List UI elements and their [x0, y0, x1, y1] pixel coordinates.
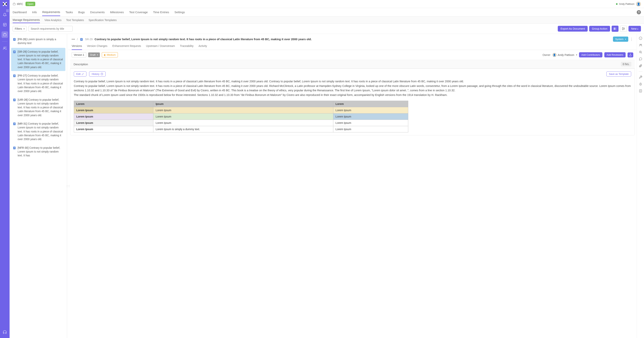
table-cell: Lorem Ipsum [153, 107, 333, 113]
nav-tab-milestones[interactable]: Milestones [110, 9, 124, 16]
view-grid-icon[interactable] [620, 26, 627, 32]
requirement-item[interactable]: [PR-27] Contrary to popular belief, Lore… [11, 72, 65, 95]
main-nav: DashboardInfoRequirementsTasksBugsDocume… [10, 8, 644, 16]
presence-dot [616, 3, 618, 5]
description-body: Contrary to popular belief, Lorem Ipsum … [74, 79, 631, 97]
detail-tab-activity[interactable]: Activity [198, 44, 207, 50]
table-header-row: LoremIpsumLorem [74, 101, 408, 107]
table-cell: Lorem Ipsum [74, 120, 153, 126]
project-status-badge: Open [26, 2, 36, 6]
toolbar: Filters Export As Document Group Action … [10, 24, 644, 34]
svg-rect-4 [614, 28, 615, 28]
zoom-icon[interactable] [639, 50, 642, 54]
priority-chip[interactable]: Medium [102, 52, 118, 57]
comment-icon[interactable] [639, 57, 642, 61]
svg-rect-6 [614, 29, 615, 30]
top-bar: IRFC Open Andy Pattison 👤 [10, 0, 644, 8]
table-row: Lorem IpsumLorem IpsumLorem Ipsum [74, 113, 408, 120]
table-header: Ipsum [153, 101, 333, 107]
project-breadcrumb[interactable]: IRFC [13, 2, 23, 5]
requirement-item[interactable]: [SR-29] Contrary to popular belief, Lore… [11, 48, 65, 71]
subtab-text-templates[interactable]: Text Templates [66, 18, 84, 22]
requirement-item[interactable]: [FR-26] Lorem ipsum is simply a dummy te… [11, 35, 65, 47]
users-icon[interactable] [2, 45, 8, 51]
owner-name: Andy Pattison [558, 53, 574, 56]
svg-rect-20 [640, 83, 641, 85]
owner-label: Owner [542, 53, 550, 56]
status-dropdown[interactable]: Draft [88, 52, 100, 57]
table-header: Lorem [74, 101, 153, 107]
save-template-button[interactable]: Save as Template [606, 71, 631, 77]
requirement-item[interactable]: [MR-31] Contrary to popular belief, Lore… [11, 120, 65, 143]
attachment-icon[interactable] [639, 64, 642, 68]
add-reviewers-button[interactable]: Add Reviewers [604, 52, 626, 57]
nav-tab-time-entries[interactable]: Time Entries [153, 9, 169, 16]
requirement-text: [SR-29] Contrary to popular belief, Lore… [18, 50, 64, 69]
share-button[interactable] [628, 52, 633, 57]
requirement-text: [NFR-30] Contrary to popular belief, Lor… [18, 146, 64, 158]
search-input[interactable] [28, 26, 73, 32]
detail-tab-versions[interactable]: Versions [72, 44, 82, 50]
projects-icon[interactable] [2, 31, 8, 38]
detail-tab-version-changes[interactable]: Version Changes [87, 44, 108, 50]
info-icon[interactable] [639, 36, 642, 40]
nav-tab-info[interactable]: Info [32, 9, 37, 16]
group-action-button[interactable]: Group Action [589, 26, 610, 32]
requirement-icon [13, 50, 16, 54]
table-row: Lorem IpsumLorem IpsumLorem Ipsum [74, 120, 408, 126]
version-chip[interactable]: Version 1 [72, 52, 86, 57]
people-icon[interactable] [639, 43, 642, 47]
export-button[interactable]: Export As Document [558, 26, 588, 32]
add-contributors-button[interactable]: Add Contributors [579, 52, 602, 57]
requirement-icon [13, 38, 16, 41]
requirement-item[interactable]: [NFR-30] Contrary to popular belief, Lor… [11, 144, 65, 160]
requirement-id: SR-29 [85, 38, 93, 41]
subtab-manage-requirements[interactable]: Manage Requirements [13, 18, 40, 23]
history-button[interactable]: History [89, 71, 106, 77]
table-cell: Lorem Ipsum [333, 107, 408, 113]
wrench-icon[interactable] [639, 75, 642, 79]
nav-tab-test-coverage[interactable]: Test Coverage [129, 9, 148, 16]
svg-rect-0 [4, 23, 6, 26]
checklist-icon[interactable] [639, 89, 642, 93]
nav-tab-bugs[interactable]: Bugs [78, 9, 85, 16]
requirements-list: [FR-26] Lorem ipsum is simply a dummy te… [10, 34, 67, 338]
right-icon-rail [637, 34, 644, 338]
nav-tab-documents[interactable]: Documents [90, 9, 105, 16]
filters-button[interactable]: Filters [13, 26, 27, 31]
subtab-view-analytics[interactable]: View Analytics [44, 18, 62, 22]
resize-handle[interactable] [67, 34, 68, 338]
table-header: Lorem [333, 101, 408, 107]
help-icon[interactable]: ? [637, 10, 641, 14]
more-actions-icon[interactable]: ••• [72, 38, 75, 41]
nav-tab-requirements[interactable]: Requirements [42, 8, 60, 16]
new-button[interactable]: New [628, 26, 641, 32]
kebab-menu-icon[interactable]: ⋮ [630, 37, 633, 41]
sub-nav: Manage RequirementsView AnalyticsText Te… [10, 16, 644, 24]
nav-tab-tasks[interactable]: Tasks [66, 9, 73, 16]
detail-tab-upstream-downstream[interactable]: Upstream / Downstream [146, 44, 175, 50]
nav-tab-dashboard[interactable]: Dashboard [13, 9, 27, 16]
notifications-icon[interactable] [2, 11, 8, 18]
table-cell: Lorem Ipsum [153, 113, 333, 120]
view-list-icon[interactable] [612, 26, 618, 32]
requirement-item[interactable]: [UIR-28] Contrary to popular belief, Lor… [11, 96, 65, 119]
subtab-specification-templates[interactable]: Specification Templates [88, 18, 117, 22]
app-logo[interactable] [2, 1, 7, 6]
detail-tab-traceability[interactable]: Traceability [180, 44, 194, 50]
svg-point-18 [641, 44, 642, 45]
dashboard-icon[interactable] [2, 21, 8, 28]
bug-icon[interactable] [639, 82, 642, 86]
edit-button[interactable]: Edit [74, 71, 86, 77]
requirement-icon [13, 74, 16, 78]
owner-dropdown[interactable]: 👤 Andy Pattison [552, 53, 577, 57]
support-icon[interactable] [2, 329, 8, 335]
system-dropdown[interactable]: System [613, 36, 628, 42]
user-avatar[interactable]: 👤 [636, 1, 641, 6]
table-cell: Lorem Ipsum [74, 126, 153, 132]
detail-tab-enhancement-requests[interactable]: Enhancement Requests [112, 44, 141, 50]
requirement-text: [FR-26] Lorem ipsum is simply a dummy te… [18, 37, 64, 45]
requirement-text: [PR-27] Contrary to popular belief, Lore… [18, 74, 64, 93]
table-cell: Lorem Ipsum [74, 107, 153, 113]
nav-tab-settings[interactable]: Settings [174, 9, 185, 16]
